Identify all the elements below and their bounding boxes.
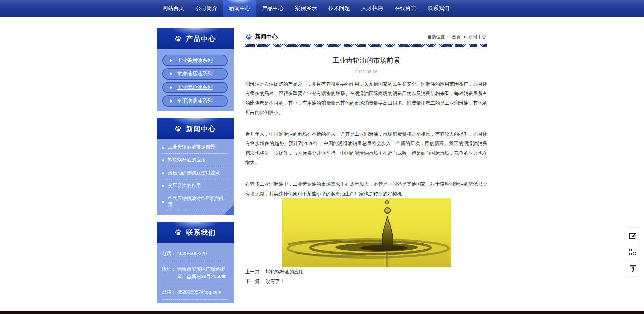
news-list-item[interactable]: » 变压器油的作用 <box>162 179 228 192</box>
breadcrumb-label: 当前位置： <box>427 34 449 39</box>
prev-article-label: 上一篇： <box>245 269 264 274</box>
product-category-label: 工业备用油系列 <box>177 57 213 64</box>
paragraph-text: 近几年来，中国润滑油的市场在不断的扩大，尤其是工业润滑油，市场消费量和之前相比，… <box>245 131 487 165</box>
product-category-button[interactable]: 车用润滑油系列 <box>162 95 228 107</box>
back-to-top-icon <box>629 264 637 272</box>
nav-item[interactable]: 在线留言 <box>389 0 422 17</box>
paw-icon <box>245 32 253 41</box>
nav-item[interactable]: 产品中心 <box>256 0 289 17</box>
double-chevron-icon: » <box>162 171 164 175</box>
nav-item-label: 案例展示 <box>295 5 317 11</box>
product-section-header: 产品中心 <box>157 28 234 49</box>
nav-item[interactable]: 联系我们 <box>422 0 455 17</box>
breadcrumb-separator: > <box>463 34 466 39</box>
contact-row-value: 无锡市梁溪区广瑞路街道广益新村98号2060室 <box>177 265 228 280</box>
sidebar-news-section: 新闻中心 » 工业齿轮油的市场前景 » 蜗轮蜗杆油的应用 » <box>157 118 234 215</box>
edit-icon <box>629 232 637 240</box>
contact-row-value: 4008-606-220 <box>177 250 228 257</box>
keyword-link[interactable]: 工业齿轮油 <box>293 181 316 187</box>
paragraph-text: 润滑油是石油提炼的产品之一，并且有着很重要的作用，关系到国家的民生和安全。润滑油… <box>245 81 487 115</box>
news-item-label: 蜗轮蜗杆油的应用 <box>168 157 206 163</box>
next-article-row: 下一篇： 没有了！ <box>245 276 487 286</box>
contact-section-header: 联系我们 <box>157 222 234 243</box>
product-category-label: 车用润滑油系列 <box>177 98 213 104</box>
nav-item[interactable]: 新闻中心 <box>223 0 256 17</box>
top-nav: 网站首页 公司简介 新闻中心 产品中心 案例展示 <box>0 0 644 17</box>
nav-item[interactable]: 人才招聘 <box>356 0 389 17</box>
news-list-item[interactable]: » 液压油的选购及使用注意 <box>162 166 228 179</box>
paw-icon <box>174 34 183 43</box>
contact-info-list: 电话： 4008-606-220 地址： 无锡市梁溪区广瑞路街道广益新村98号2… <box>157 243 234 303</box>
nav-item[interactable]: 网站首页 <box>157 0 190 17</box>
qrcode-button[interactable] <box>626 244 640 260</box>
contact-row: 电话： 4008-606-220 <box>162 246 228 261</box>
nav-item-label: 公司简介 <box>196 5 217 11</box>
product-section-title: 产品中心 <box>186 34 216 43</box>
next-article-label: 下一篇： <box>245 278 264 284</box>
product-category-button[interactable]: 工业备用油系列 <box>162 55 228 66</box>
triangle-right-icon <box>170 99 172 103</box>
nav-item[interactable]: 技术问题 <box>323 0 356 17</box>
article-paragraph: 近几年来，中国润滑油的市场在不断的扩大，尤其是工业润滑油，市场消费量和之前相比，… <box>245 129 487 167</box>
news-item-label: 工业齿轮油的市场前景 <box>168 144 215 150</box>
contact-row: 地址： 无锡市梁溪区广瑞路街道广益新村98号2060室 <box>162 261 228 284</box>
back-to-top-button[interactable] <box>626 260 640 276</box>
main-header: 新闻中心 当前位置： 首页 > 新闻中心 <box>245 33 487 41</box>
news-list-item[interactable]: » 空气压缩机油对空压机的作用 <box>162 192 228 211</box>
triangle-right-icon <box>170 86 172 89</box>
next-article-text: 没有了！ <box>266 278 285 284</box>
news-item-label: 空气压缩机油对空压机的作用 <box>168 196 228 208</box>
product-category-label: 工业齿轮油系列 <box>177 84 213 91</box>
product-category-label: 抗磨液压油系列 <box>177 71 213 77</box>
main-content: 新闻中心 当前位置： 首页 > 新闻中心 工业齿轮油的市场前景 2022-06-… <box>245 28 487 311</box>
nav-item-label: 联系我们 <box>428 5 449 11</box>
news-item-label: 变压器油的作用 <box>168 183 201 189</box>
news-section-title: 新闻中心 <box>186 124 216 133</box>
keyword-link[interactable]: 工业润滑油 <box>260 181 283 187</box>
sidebar-product-section: 产品中心 工业备用油系列 抗磨液压油系列 工 <box>157 28 234 111</box>
double-chevron-icon: » <box>162 145 164 150</box>
news-section-header: 新闻中心 <box>157 118 234 139</box>
sidebar-contact-section: 联系我们 电话： 4008-606-220 地址： 无锡市梁溪区广瑞路街道广益新… <box>157 222 234 303</box>
contact-row-label: 邮箱： <box>162 288 177 296</box>
nav-item-label: 产品中心 <box>262 5 284 11</box>
page-title: 新闻中心 <box>255 33 278 41</box>
breadcrumb-home-link[interactable]: 首页 <box>452 34 461 39</box>
contact-row-label: 地址： <box>162 265 177 280</box>
breadcrumb: 当前位置： 首页 > 新闻中心 <box>427 34 487 40</box>
paw-icon <box>174 228 183 237</box>
news-list: » 工业齿轮油的市场前景 » 蜗轮蜗杆油的应用 » 液压油的选购及使用注意 <box>157 139 234 215</box>
contact-section-title: 联系我们 <box>186 228 216 237</box>
nav-item-label: 新闻中心 <box>229 5 250 11</box>
contact-row: 邮箱： 852039997@qq.com <box>162 284 228 300</box>
nav-item[interactable]: 案例展示 <box>289 0 323 17</box>
prev-article-link[interactable]: 蜗轮蜗杆油的应用 <box>266 269 304 274</box>
contact-row-label: 电话： <box>162 250 177 257</box>
breadcrumb-current-link[interactable]: 新闻中心 <box>468 34 486 39</box>
nav-item-label: 在线留言 <box>395 5 416 11</box>
article-date: 2022-06-06 <box>245 69 487 74</box>
news-list-item[interactable]: » 工业齿轮油的市场前景 <box>162 141 228 154</box>
feedback-button[interactable] <box>626 228 640 244</box>
qrcode-icon <box>629 248 637 256</box>
news-list-item[interactable]: » 蜗轮蜗杆油的应用 <box>162 154 228 166</box>
sidebar: 产品中心 工业备用油系列 抗磨液压油系列 工 <box>157 28 234 311</box>
double-chevron-icon: » <box>162 183 164 188</box>
paragraph-text: 中， <box>283 181 293 187</box>
nav-menu: 网站首页 公司简介 新闻中心 产品中心 案例展示 <box>157 0 487 17</box>
news-item-label: 液压油的选购及使用注意 <box>168 170 220 176</box>
article-image-oil-droplet <box>282 198 451 267</box>
article-title: 工业齿轮油的市场前景 <box>245 56 487 65</box>
footer-bar <box>0 311 644 314</box>
product-category-button[interactable]: 工业齿轮油系列 <box>162 82 228 93</box>
nav-item-label: 人才招聘 <box>361 5 383 11</box>
prev-article-row: 上一篇： 蜗轮蜗杆油的应用 <box>245 267 487 276</box>
product-category-button[interactable]: 抗磨液压油系列 <box>162 68 228 80</box>
nav-item[interactable]: 公司简介 <box>190 0 223 17</box>
contact-row-value: 852039997@qq.com <box>177 288 228 296</box>
double-chevron-icon: » <box>162 199 164 204</box>
product-category-list: 工业备用油系列 抗磨液压油系列 工业齿轮油系列 车用润滑油系列 <box>157 49 234 111</box>
article-paragraph: 在诸多工业润滑油中，工业齿轮油的市场需求正在逐年加大，不管是中国还是其他国家，对… <box>245 179 487 198</box>
double-chevron-icon: » <box>162 158 164 162</box>
nav-item-label: 技术问题 <box>328 5 350 11</box>
